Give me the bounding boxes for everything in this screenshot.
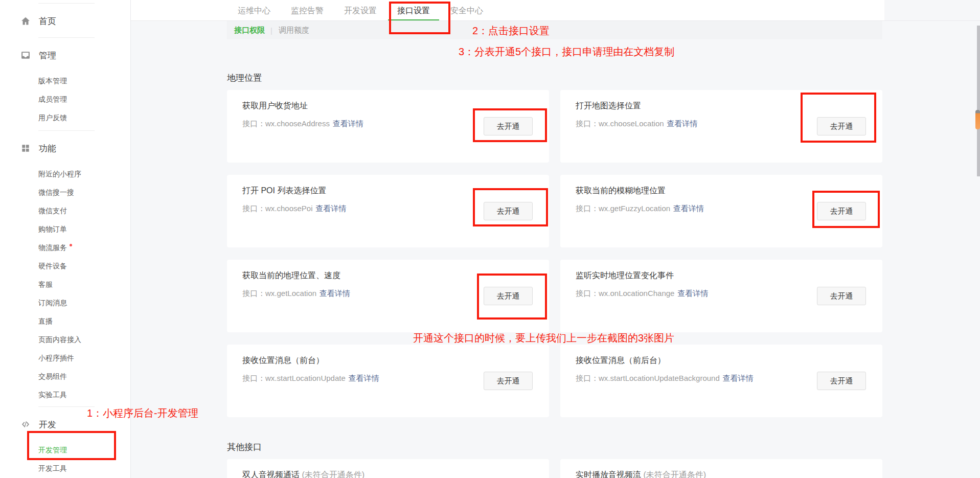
sidebar-section-home[interactable]: 首页 [0, 12, 130, 30]
scrollbar-orange-marker [975, 110, 980, 129]
main-content: 地理位置获取用户收货地址接口：wx.chooseAddress查看详情去开通打开… [227, 39, 882, 478]
api-name: wx.startLocationUpdate [265, 374, 346, 382]
view-details-link[interactable]: 查看详情 [677, 289, 708, 298]
sidebar-item[interactable]: 物流服务 [0, 238, 130, 257]
sidebar-item-list: 版本管理成员管理用户反馈 [0, 72, 130, 127]
annotation-step1: 1：小程序后台-开发管理 [87, 406, 198, 420]
grid-icon [20, 143, 31, 153]
tab-安全中心[interactable]: 安全中心 [441, 0, 492, 20]
sidebar-divider [38, 3, 95, 4]
api-name: wx.chooseAddress [265, 119, 330, 128]
open-api-button[interactable]: 去开通 [817, 372, 866, 390]
api-prefix-label: 接口： [576, 204, 599, 213]
sidebar-item[interactable]: 客服 [0, 275, 130, 293]
sidebar-item-label: 购物订单 [38, 225, 67, 233]
sidebar-item[interactable]: 交易组件 [0, 367, 130, 385]
view-details-link[interactable]: 查看详情 [316, 204, 347, 213]
sidebar-item-label: 附近的小程序 [38, 170, 81, 178]
api-card-title: 双人音视频通话 (未符合开通条件) [242, 470, 364, 478]
sidebar-item[interactable]: 成员管理 [0, 90, 130, 108]
api-card-title: 接收位置消息（前台） [242, 355, 324, 366]
tab-开发设置[interactable]: 开发设置 [335, 0, 386, 20]
open-api-button[interactable]: 去开通 [484, 287, 533, 305]
scrollbar-thumb[interactable] [977, 26, 980, 176]
sidebar-section-label: 功能 [39, 143, 56, 154]
api-card: 获取当前的地理位置、速度接口：wx.getLocation查看详情去开通 [227, 260, 549, 332]
subtab-bar: 接口权限|调用额度 [227, 21, 882, 39]
tab-运维中心[interactable]: 运维中心 [229, 0, 280, 20]
api-prefix-label: 接口： [576, 289, 599, 298]
code-icon [20, 419, 31, 429]
sidebar-item[interactable]: 用户反馈 [0, 108, 130, 127]
sidebar-item[interactable]: 开发管理 [0, 441, 130, 459]
red-dot-badge [70, 244, 72, 246]
sidebar-item[interactable]: 小程序插件 [0, 349, 130, 367]
view-details-link[interactable]: 查看详情 [320, 289, 350, 298]
annotation-step3: 3：分表开通5个接口，接口申请理由在文档复制 [459, 45, 674, 59]
api-card-info: 接口：wx.startLocationUpdate查看详情 [242, 374, 379, 383]
tab-监控告警[interactable]: 监控告警 [282, 0, 333, 20]
sidebar-item[interactable]: 直播 [0, 312, 130, 330]
sidebar-item-label: 版本管理 [38, 77, 67, 85]
tab-接口设置[interactable]: 接口设置 [388, 0, 439, 20]
sidebar-item[interactable]: 购物订单 [0, 220, 130, 238]
api-card-info: 接口：wx.onLocationChange查看详情 [576, 289, 708, 299]
sidebar-item[interactable]: 开发工具 [0, 459, 130, 477]
sidebar-section: 首页 [0, 12, 130, 30]
view-details-link[interactable]: 查看详情 [349, 374, 379, 382]
sidebar-item-label: 页面内容接入 [38, 335, 81, 344]
api-card-title: 监听实时地理位置变化事件 [576, 270, 674, 281]
sidebar-item-label: 用户反馈 [38, 113, 67, 122]
sidebar-item-label: 成员管理 [38, 95, 67, 103]
sidebar-item[interactable]: 微信支付 [0, 201, 130, 220]
api-name: wx.chooseLocation [599, 119, 664, 128]
api-card-info: 接口：wx.getLocation查看详情 [242, 289, 350, 299]
sidebar-section: 功能附近的小程序微信搜一搜微信支付购物订单物流服务硬件设备客服订阅消息直播页面内… [0, 139, 130, 404]
api-card: 监听实时地理位置变化事件接口：wx.onLocationChange查看详情去开… [560, 260, 882, 332]
api-card: 接收位置消息（前后台）接口：wx.startLocationUpdateBack… [560, 345, 882, 417]
sidebar-item[interactable]: 实验工具 [0, 385, 130, 404]
view-details-link[interactable]: 查看详情 [673, 204, 704, 213]
sidebar-section: 管理版本管理成员管理用户反馈 [0, 46, 130, 127]
api-card: 打开 POI 列表选择位置接口：wx.choosePoi查看详情去开通 [227, 175, 549, 247]
view-details-link[interactable]: 查看详情 [723, 374, 754, 382]
api-name: wx.getLocation [265, 289, 316, 298]
open-api-button[interactable]: 去开通 [484, 372, 533, 390]
sidebar-item[interactable]: 硬件设备 [0, 257, 130, 275]
open-api-button[interactable]: 去开通 [484, 202, 533, 220]
sidebar-item-label: 微信搜一搜 [38, 188, 74, 196]
open-api-button[interactable]: 去开通 [817, 202, 866, 220]
inbox-icon [20, 50, 31, 60]
api-card: 打开地图选择位置接口：wx.chooseLocation查看详情去开通 [560, 90, 882, 163]
sidebar-section-inbox[interactable]: 管理 [0, 46, 130, 64]
sidebar-section-label: 首页 [39, 15, 56, 27]
sidebar-divider [38, 130, 95, 131]
sidebar-item[interactable]: 订阅消息 [0, 293, 130, 312]
api-card: 获取用户收货地址接口：wx.chooseAddress查看详情去开通 [227, 90, 549, 163]
api-name: wx.choosePoi [265, 204, 313, 213]
sidebar-item-label: 小程序插件 [38, 354, 74, 362]
sidebar-item[interactable]: 页面内容接入 [0, 330, 130, 349]
view-details-link[interactable]: 查看详情 [667, 119, 698, 128]
sidebar-item[interactable]: 微信搜一搜 [0, 183, 130, 201]
subtab-接口权限[interactable]: 接口权限 [234, 26, 265, 35]
section-title: 地理位置 [227, 72, 882, 82]
sidebar-item[interactable]: 版本管理 [0, 72, 130, 90]
open-api-button[interactable]: 去开通 [484, 117, 533, 135]
open-api-button[interactable]: 去开通 [817, 287, 866, 305]
api-card-info: 接口：wx.startLocationUpdateBackground查看详情 [576, 374, 754, 383]
home-icon [20, 16, 31, 26]
subtab-调用额度[interactable]: 调用额度 [279, 26, 309, 35]
sidebar-item-label: 交易组件 [38, 372, 67, 380]
api-card-title: 获取当前的模糊地理位置 [576, 186, 666, 196]
sidebar-item[interactable]: 附近的小程序 [0, 165, 130, 183]
view-details-link[interactable]: 查看详情 [333, 119, 363, 128]
sidebar-item-label: 客服 [38, 280, 53, 288]
open-api-button[interactable]: 去开通 [817, 117, 866, 135]
sidebar-section-grid[interactable]: 功能 [0, 139, 130, 157]
api-prefix-label: 接口： [242, 204, 265, 213]
content-section: 其他接口双人音视频通话 (未符合开通条件)实时播放音视频流 (未符合开通条件) [227, 441, 882, 478]
sidebar-item-label: 开发管理 [38, 446, 67, 454]
sidebar-item-label: 开发工具 [38, 464, 67, 472]
sidebar-section-label: 管理 [39, 50, 56, 61]
